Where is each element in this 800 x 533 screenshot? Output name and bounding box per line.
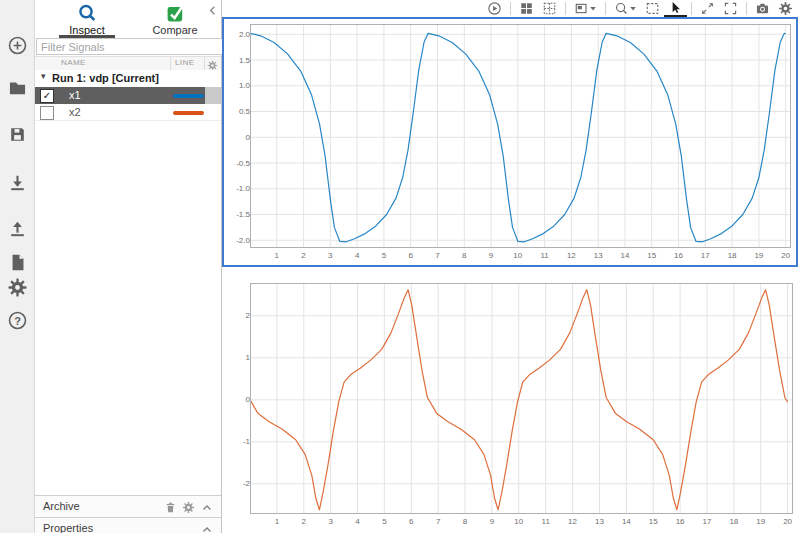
- x-tick-label: 17: [697, 251, 713, 260]
- y-tick-label: 0: [228, 133, 250, 142]
- x-tick-label: 13: [591, 517, 607, 526]
- y-tick-label: -2.0: [228, 236, 250, 245]
- collapse-panel-chevron-left-icon[interactable]: [207, 2, 218, 20]
- properties-label: Properties: [43, 522, 93, 533]
- select-cursor-button[interactable]: [664, 0, 687, 17]
- toolbar-separator: [691, 2, 692, 15]
- x-tick-label: 3: [322, 251, 338, 260]
- x-tick-label: 19: [753, 517, 769, 526]
- fullscreen-button[interactable]: [719, 0, 742, 17]
- x-tick-label: 4: [350, 517, 366, 526]
- axes-canvas: [250, 283, 793, 514]
- x-tick-label: 20: [778, 251, 794, 260]
- toolbar-separator: [565, 2, 566, 15]
- x-tick-label: 17: [699, 517, 715, 526]
- x-tick-label: 20: [780, 517, 796, 526]
- fullscreen-icon: [723, 1, 738, 16]
- run-group-row[interactable]: ▾ Run 1: vdp [Current]: [35, 70, 221, 86]
- x-tick-label: 18: [724, 251, 740, 260]
- layout-custom-button[interactable]: [538, 0, 561, 17]
- dropdown-caret-icon: [589, 1, 597, 16]
- pan-button[interactable]: [696, 0, 719, 17]
- display-options-icon: [574, 1, 589, 16]
- display-options-button[interactable]: [570, 0, 601, 17]
- y-tick-label: 0: [228, 395, 250, 404]
- browser-tabs: Inspect Compare: [35, 0, 221, 38]
- y-tick-label: -2: [228, 479, 250, 488]
- zoom-icon: [614, 1, 629, 16]
- tab-inspect[interactable]: Inspect: [43, 0, 131, 38]
- toolbar-separator: [510, 2, 511, 15]
- export-button[interactable]: [0, 210, 34, 246]
- properties-section-bar[interactable]: Properties: [35, 517, 221, 533]
- magnifier-icon: [43, 3, 131, 23]
- signal-row-x2[interactable]: x2: [35, 104, 221, 121]
- signal-browser-panel: Inspect Compare NAME LINE ▾ Run 1: vdp […: [35, 0, 222, 533]
- x-tick-label: 15: [644, 251, 660, 260]
- x-tick-label: 11: [538, 517, 554, 526]
- x-tick-label: 15: [645, 517, 661, 526]
- signal-checkbox-x2[interactable]: [40, 106, 54, 120]
- y-tick-label: -1: [228, 437, 250, 446]
- properties-collapse-chevron-up-icon[interactable]: [201, 522, 213, 533]
- axes-canvas: [250, 24, 791, 248]
- trash-icon[interactable]: [164, 500, 177, 518]
- x-tick-label: 1: [269, 517, 285, 526]
- y-tick-label: -1.0: [228, 184, 250, 193]
- subplot-x2[interactable]: 210-1-21234567891011121314151617181920: [222, 277, 798, 533]
- fit-view-icon: [645, 1, 660, 16]
- group-expand-triangle-icon[interactable]: ▾: [41, 71, 46, 81]
- subplot-x1[interactable]: 2.01.51.00.50-0.5-1.0-1.5-2.012345678910…: [222, 17, 798, 267]
- toolbar-separator: [605, 2, 606, 15]
- play-icon: [487, 1, 502, 16]
- y-tick-label: -1.5: [228, 210, 250, 219]
- import-button[interactable]: [0, 164, 34, 200]
- pan-arrows-icon: [700, 1, 715, 16]
- new-button[interactable]: [0, 27, 34, 63]
- y-tick-label: 1.5: [228, 56, 250, 65]
- y-tick-label: -0.5: [228, 159, 250, 168]
- dropdown-caret-icon: [629, 1, 637, 16]
- zoom-menu-button[interactable]: [610, 0, 641, 17]
- x-tick-label: 8: [456, 251, 472, 260]
- x-tick-label: 10: [510, 251, 526, 260]
- x-tick-label: 18: [726, 517, 742, 526]
- x-tick-label: 6: [403, 251, 419, 260]
- archive-section-bar[interactable]: Archive: [35, 495, 221, 518]
- save-button[interactable]: [0, 116, 34, 152]
- y-tick-label: 0.5: [228, 107, 250, 116]
- plot-area: 2.01.51.00.50-0.5-1.0-1.5-2.012345678910…: [222, 0, 800, 533]
- archive-label: Archive: [43, 500, 80, 512]
- archive-gear-icon[interactable]: [182, 500, 195, 518]
- x-tick-label: 7: [429, 251, 445, 260]
- x-tick-label: 10: [511, 517, 527, 526]
- x-tick-label: 2: [296, 251, 312, 260]
- x-tick-label: 13: [590, 251, 606, 260]
- signal-table-header: NAME LINE: [35, 56, 221, 71]
- help-button[interactable]: ?: [0, 302, 34, 338]
- snapshot-button[interactable]: [751, 0, 774, 17]
- floppy-icon: [7, 124, 28, 145]
- filter-signals-input[interactable]: [36, 38, 229, 55]
- signal-checkbox-x1[interactable]: ✓: [40, 89, 54, 103]
- column-name-label: NAME: [61, 58, 86, 67]
- arrow-up-icon: [7, 218, 28, 239]
- folder-icon: [7, 77, 28, 98]
- tab-compare[interactable]: Compare: [131, 0, 219, 38]
- question-circle-icon: ?: [7, 310, 28, 331]
- x-tick-label: 16: [672, 517, 688, 526]
- layout-grid-icon: [519, 1, 534, 16]
- svg-text:?: ?: [14, 314, 21, 326]
- preferences-button[interactable]: [0, 269, 34, 305]
- plus-circle-icon: [7, 35, 28, 56]
- line-style-swatch: [173, 94, 204, 98]
- signal-row-x1[interactable]: ✓x1: [35, 87, 221, 104]
- layout-grid-button[interactable]: [515, 0, 538, 17]
- x-tick-label: 12: [565, 517, 581, 526]
- x-tick-label: 2: [296, 517, 312, 526]
- open-button[interactable]: [0, 69, 34, 105]
- archive-collapse-chevron-up-icon[interactable]: [201, 500, 213, 518]
- fit-to-view-button[interactable]: [641, 0, 664, 17]
- plot-settings-button[interactable]: [774, 0, 797, 17]
- play-button[interactable]: [483, 0, 506, 17]
